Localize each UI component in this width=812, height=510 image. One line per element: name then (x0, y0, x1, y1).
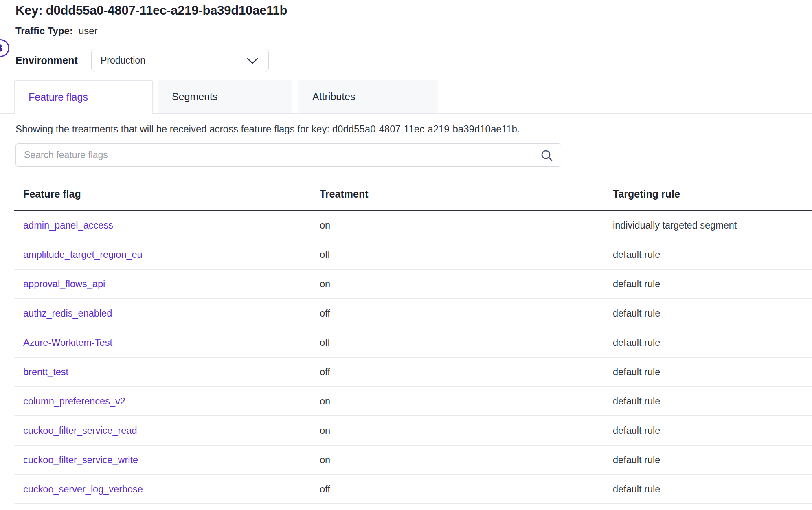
feature-flag-link[interactable]: Azure-Workitem-Test (23, 337, 112, 348)
treatment-value: on (311, 416, 604, 445)
feature-flag-cell: approval_flows_api (14, 269, 311, 299)
traffic-type-label: Traffic Type: (15, 25, 73, 36)
tab-segments[interactable]: Segments (158, 80, 292, 113)
feature-flag-link[interactable]: brentt_test (23, 367, 68, 377)
feature-flags-table: Feature flag Treatment Targeting rule ad… (14, 175, 812, 504)
feature-flag-cell: column_preferences_v2 (14, 387, 311, 416)
search-input[interactable] (16, 144, 561, 166)
column-header-feature-flag: Feature flag (14, 175, 311, 211)
environment-label: Environment (15, 55, 78, 66)
feature-flag-link[interactable]: cuckoo_filter_service_write (23, 455, 138, 465)
treatment-value: off (311, 475, 604, 504)
targeting-rule-value: default rule (604, 328, 812, 357)
treatment-value: off (311, 328, 604, 357)
targeting-rule-value: default rule (604, 299, 812, 328)
page-title: Key: d0dd55a0-4807-11ec-a219-ba39d10ae11… (15, 3, 287, 18)
table-body: admin_panel_accessonindividually targete… (14, 211, 812, 504)
feature-flag-link[interactable]: amplitude_target_region_eu (23, 249, 143, 260)
targeting-rule-value: default rule (604, 475, 812, 504)
feature-flag-cell: cuckoo_server_log_verbose (14, 475, 311, 504)
search-box (15, 143, 561, 167)
feature-flag-link[interactable]: cuckoo_filter_service_read (23, 425, 137, 436)
feature-flag-cell: cuckoo_filter_service_write (14, 445, 311, 475)
treatment-value: on (311, 445, 604, 475)
table-row: admin_panel_accessonindividually targete… (14, 211, 812, 240)
treatment-value: off (311, 299, 604, 328)
chevron-down-icon (246, 58, 259, 64)
feature-flag-link[interactable]: admin_panel_access (23, 220, 113, 231)
table-row: column_preferences_v2ondefault rule (14, 387, 812, 416)
treatment-value: off (311, 240, 604, 269)
targeting-rule-value: default rule (604, 240, 812, 269)
tab-feature-flags[interactable]: Feature flags (14, 80, 153, 114)
search-icon[interactable] (540, 149, 553, 162)
targeting-rule-value: default rule (604, 387, 812, 416)
feature-flag-link[interactable]: cuckoo_server_log_verbose (23, 484, 143, 495)
table-row: approval_flows_apiondefault rule (14, 269, 812, 299)
environment-selected-value: Production (101, 55, 145, 66)
targeting-rule-value: default rule (604, 357, 812, 387)
tab-attributes[interactable]: Attributes (298, 80, 438, 113)
table-header-row: Feature flag Treatment Targeting rule (14, 175, 812, 211)
table-row: brentt_testoffdefault rule (14, 357, 812, 387)
column-header-targeting-rule: Targeting rule (604, 175, 812, 211)
table-row: authz_redis_enabledoffdefault rule (14, 299, 812, 328)
table-row: cuckoo_filter_service_writeondefault rul… (14, 445, 812, 475)
description-text: Showing the treatments that will be rece… (15, 123, 520, 135)
feature-flag-cell: cuckoo_filter_service_read (14, 416, 311, 445)
treatment-value: on (311, 387, 604, 416)
feature-flag-link[interactable]: authz_redis_enabled (23, 308, 112, 319)
feature-flag-link[interactable]: approval_flows_api (23, 279, 105, 289)
feature-flag-link[interactable]: column_preferences_v2 (23, 396, 125, 407)
table-row: cuckoo_server_log_verboseoffdefault rule (14, 475, 812, 504)
traffic-type-row: Traffic Type:user (15, 25, 98, 37)
feature-flag-cell: Azure-Workitem-Test (14, 328, 311, 357)
feature-flag-cell: amplitude_target_region_eu (14, 240, 311, 269)
environment-select[interactable]: Production (91, 49, 269, 72)
feature-flag-cell: admin_panel_access (14, 211, 311, 240)
column-header-treatment: Treatment (311, 175, 604, 211)
key-detail-page: 8 Key: d0dd55a0-4807-11ec-a219-ba39d10ae… (0, 0, 812, 510)
table-row: amplitude_target_region_euoffdefault rul… (14, 240, 812, 269)
treatment-value: on (311, 211, 604, 240)
table-row: cuckoo_filter_service_readondefault rule (14, 416, 812, 445)
help-beacon[interactable]: 8 (0, 39, 9, 57)
treatment-value: off (311, 357, 604, 387)
targeting-rule-value: default rule (604, 416, 812, 445)
feature-flag-cell: brentt_test (14, 357, 311, 387)
targeting-rule-value: default rule (604, 445, 812, 475)
targeting-rule-value: individually targeted segment (604, 211, 812, 240)
help-beacon-icon: 8 (0, 42, 2, 54)
treatment-value: on (311, 269, 604, 299)
feature-flag-cell: authz_redis_enabled (14, 299, 311, 328)
traffic-type-value: user (79, 25, 98, 36)
targeting-rule-value: default rule (604, 269, 812, 299)
table-row: Azure-Workitem-Testoffdefault rule (14, 328, 812, 357)
